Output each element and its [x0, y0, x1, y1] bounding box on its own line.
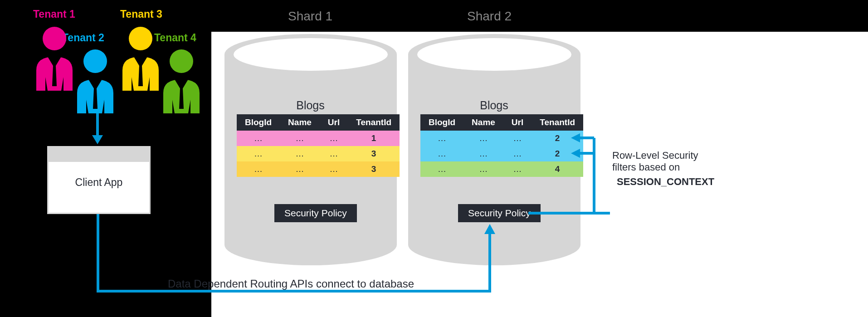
tenant3-label: Tenant 3 [120, 8, 162, 20]
rls-line3: SESSION_CONTEXT [617, 176, 714, 187]
rls-line1: Row-Level Security [612, 150, 739, 161]
rls-callout: Row-Level Security filters based on SESS… [612, 150, 739, 190]
col-name: Name [280, 114, 320, 131]
blogs-title-2: Blogs [420, 99, 568, 112]
svg-point-0 [43, 27, 66, 50]
svg-marker-18 [571, 149, 580, 158]
shard1-title: Shard 1 [288, 9, 332, 24]
client-app-box: Client App [47, 146, 151, 214]
col-url: Url [503, 114, 532, 131]
ddr-label: Data Dependent Routing APIs connect to d… [168, 278, 414, 290]
col-name: Name [463, 114, 503, 131]
svg-point-9 [234, 38, 388, 71]
svg-point-2 [129, 27, 152, 50]
svg-point-13 [417, 38, 571, 71]
col-tenantid: TenantId [348, 114, 400, 131]
svg-marker-14 [484, 224, 495, 234]
tenant4-icon [154, 45, 209, 113]
arrow-rls-to-callout [592, 211, 610, 215]
svg-marker-5 [92, 135, 103, 144]
col-blogid: BlogId [420, 114, 463, 131]
table-row: … … … 1 [237, 131, 400, 146]
table-row: … … … 3 [237, 146, 400, 161]
shard2-title: Shard 2 [467, 9, 512, 24]
tenant1-label: Tenant 1 [33, 8, 75, 20]
arrow-tenants-to-client [91, 113, 104, 145]
col-url: Url [320, 114, 348, 131]
arrow-rls [528, 132, 605, 222]
client-app-label: Client App [49, 162, 149, 213]
blogs-table-1: BlogId Name Url TenantId … … … 1 … … … 3… [237, 114, 400, 177]
svg-point-1 [83, 49, 107, 73]
blogs-title-1: Blogs [237, 99, 384, 112]
table-row: … … … 3 [237, 161, 400, 177]
col-tenantid: TenantId [532, 114, 583, 131]
rls-line2: filters based on [612, 161, 739, 173]
svg-point-3 [170, 49, 193, 73]
svg-marker-16 [571, 133, 580, 142]
col-blogid: BlogId [237, 114, 280, 131]
